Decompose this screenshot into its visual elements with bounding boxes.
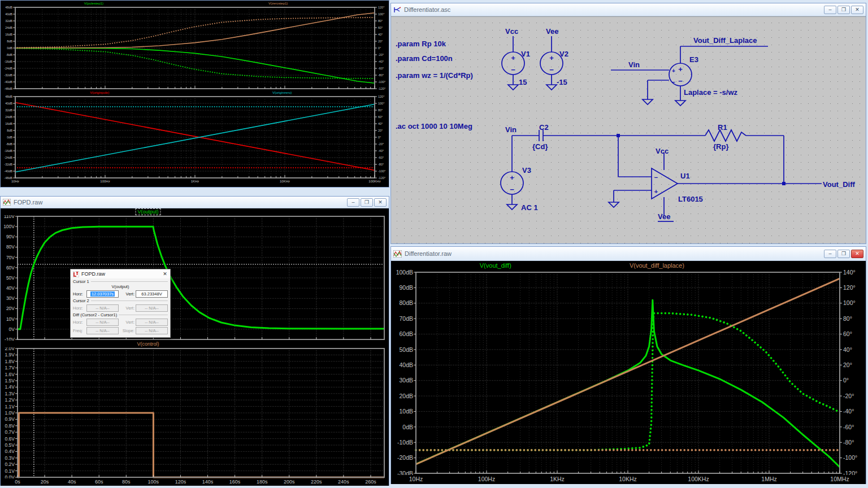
cursor2-horz-field[interactable]: -- N/A--: [86, 304, 119, 312]
svg-text:0V: 0V: [9, 326, 15, 332]
close-button[interactable]: ✕: [851, 6, 863, 14]
axis-tick-label: 100Hz: [100, 180, 110, 183]
schematic-text[interactable]: .param Cd=100n: [396, 54, 453, 63]
schematic-text[interactable]: V2: [559, 50, 568, 58]
schematic-text[interactable]: .ac oct 1000 10 10Meg: [396, 122, 472, 130]
trace-label[interactable]: V(polestep1): [84, 2, 103, 5]
svg-text:0°: 0°: [843, 377, 849, 384]
schematic-text[interactable]: LT6015: [678, 195, 703, 203]
schematic-text[interactable]: .param Rp 10k: [396, 40, 446, 48]
axis-tick-label: 10Hz: [11, 180, 19, 183]
horz-label: Horz:: [73, 320, 85, 325]
minimize-button[interactable]: –: [824, 6, 836, 14]
frequency-axis: 10Hz100Hz1KHz10KHz100KHz: [1, 179, 389, 187]
schematic-text[interactable]: {Rp}: [713, 142, 728, 151]
schematic-text[interactable]: E3: [689, 55, 698, 64]
raw-titlebar[interactable]: Differentiator.raw – ❐ ✕: [391, 247, 866, 261]
svg-text:-100°: -100°: [843, 454, 857, 461]
schematic-text[interactable]: Vcc: [656, 147, 669, 155]
trace-label[interactable]: V(vout_diff_laplace): [630, 262, 684, 269]
cursor2-vert-field[interactable]: -- N/A--: [136, 304, 168, 312]
svg-text:-20dB: -20dB: [397, 454, 413, 461]
minimize-button[interactable]: –: [824, 250, 836, 258]
restore-button[interactable]: ❐: [837, 250, 850, 258]
trace-label[interactable]: V(control): [137, 341, 159, 347]
asc-titlebar[interactable]: Differentiator.asc – ❐ ✕: [391, 3, 866, 16]
svg-text:80°: 80°: [843, 315, 852, 322]
cursor-dialog-titlebar[interactable]: FOPD.raw ✕: [71, 269, 170, 278]
axis-tick-label: 10MHz: [830, 476, 849, 482]
schematic-file-icon: [393, 6, 401, 14]
schematic-text[interactable]: U1: [680, 172, 690, 180]
bode-pane-differentiator[interactable]: 100dB140°90dB120°80dB100°70dB80°60dB60°5…: [391, 270, 866, 475]
svg-text:-24dB: -24dB: [4, 67, 12, 70]
transient-pane-control[interactable]: 2.0V1.9V1.8V1.7V1.6V1.5V1.4V1.3V1.2V1.1V…: [1, 347, 389, 478]
cursor-dialog[interactable]: FOPD.raw ✕ Cursor 1 V(output) Horz: 12.0…: [70, 269, 171, 338]
trace-label[interactable]: V(zerostep1): [268, 2, 288, 5]
svg-text:+: +: [549, 54, 554, 62]
svg-text:-30dB: -30dB: [397, 470, 413, 475]
trace-label[interactable]: V(output): [136, 209, 160, 215]
diff-horz-field[interactable]: -- N/A--: [86, 319, 119, 326]
trace-label[interactable]: V(originzero): [272, 91, 292, 94]
svg-text:−: −: [672, 79, 675, 85]
schematic-text[interactable]: -15: [557, 78, 567, 86]
svg-text:-10V: -10V: [5, 337, 15, 341]
svg-text:0.7V: 0.7V: [5, 429, 15, 435]
schematic-text[interactable]: Vcc: [505, 27, 518, 36]
svg-text:16dB: 16dB: [5, 122, 12, 125]
svg-text:-40dB: -40dB: [4, 80, 12, 84]
diff-vert-field[interactable]: -- N/A--: [136, 319, 168, 326]
bode-pane-origin-pole-zero[interactable]: 48dB120°40dB100°32dB80°24dB60°16dB40°8dB…: [1, 95, 389, 179]
svg-text:+: +: [511, 54, 515, 62]
schematic-text[interactable]: .param wz = 1/(Cd*Rp): [396, 71, 473, 80]
schematic-text[interactable]: {Cd}: [532, 142, 548, 151]
svg-text:20°: 20°: [843, 361, 852, 368]
restore-button[interactable]: ❐: [361, 198, 373, 207]
transient-pane-output[interactable]: 110V100V90V80V70V60V50V40V30V20V10V0V-10…: [1, 215, 389, 341]
plot-svg: 48dB120°40dB100°32dB80°24dB60°16dB40°8dB…: [1, 95, 389, 179]
svg-text:60V: 60V: [6, 265, 15, 271]
close-button[interactable]: ✕: [374, 198, 387, 207]
schematic-text[interactable]: AC 1: [521, 203, 538, 212]
schematic-text[interactable]: 15: [519, 78, 527, 86]
fopd-titlebar[interactable]: FOPD.raw – ❐ ✕: [1, 197, 389, 208]
vert-label: Vert:: [122, 320, 134, 325]
trace-label-row: V(control): [1, 341, 389, 347]
schematic-text[interactable]: Vin: [628, 60, 640, 69]
schematic-text[interactable]: Vout_Diff: [823, 180, 855, 189]
window-differentiator-asc: Differentiator.asc – ❐ ✕ +−+−+−+−+−−+.pa…: [390, 3, 866, 244]
minimize-button[interactable]: –: [347, 198, 359, 207]
schematic-text[interactable]: Laplace = -s/wz: [684, 88, 738, 97]
restore-button[interactable]: ❐: [837, 6, 850, 14]
svg-text:0.9V: 0.9V: [5, 416, 15, 422]
svg-text:32dB: 32dB: [5, 19, 12, 23]
schematic-text[interactable]: Vout_Diff_Laplace: [693, 36, 757, 45]
waveform-file-icon: [393, 250, 402, 258]
diff-slope-field[interactable]: -- N/A--: [136, 327, 168, 334]
diff-freq-field[interactable]: -- N/A--: [86, 327, 119, 334]
schematic-text[interactable]: Vin: [505, 125, 517, 134]
schematic-text[interactable]: Vee: [546, 27, 558, 36]
svg-text:−: −: [510, 185, 514, 194]
svg-text:+: +: [672, 68, 675, 74]
bode-pane-pole-zero-step[interactable]: 48dB120°40dB100°32dB80°24dB60°16dB40°8dB…: [1, 6, 389, 90]
close-button[interactable]: ✕: [851, 250, 863, 258]
schematic-text[interactable]: V1: [521, 50, 530, 58]
schematic-text[interactable]: V3: [522, 166, 531, 175]
close-icon[interactable]: ✕: [162, 271, 168, 277]
plot-svg: 100dB140°90dB120°80dB100°70dB80°60dB60°5…: [391, 270, 866, 475]
schematic-text[interactable]: C2: [539, 123, 549, 132]
cursor1-horz-field[interactable]: 12.037037s: [86, 290, 119, 298]
schematic-canvas[interactable]: +−+−+−+−+−−+.param Rp 10k.param Cd=100n.…: [391, 16, 866, 243]
trace-label[interactable]: V(vout_diff): [480, 262, 511, 269]
schematic-text[interactable]: R1: [718, 123, 727, 132]
trace-label[interactable]: V(originpole): [90, 91, 109, 94]
axis-tick-label: 120s: [175, 479, 186, 485]
horz-label: Horz:: [73, 306, 85, 311]
schematic-text[interactable]: Vee: [658, 212, 670, 221]
svg-text:8dB: 8dB: [7, 40, 12, 43]
svg-text:-100°: -100°: [378, 169, 385, 173]
cursor1-vert-field[interactable]: 63.23348V: [136, 290, 168, 298]
svg-text:24dB: 24dB: [5, 26, 12, 29]
